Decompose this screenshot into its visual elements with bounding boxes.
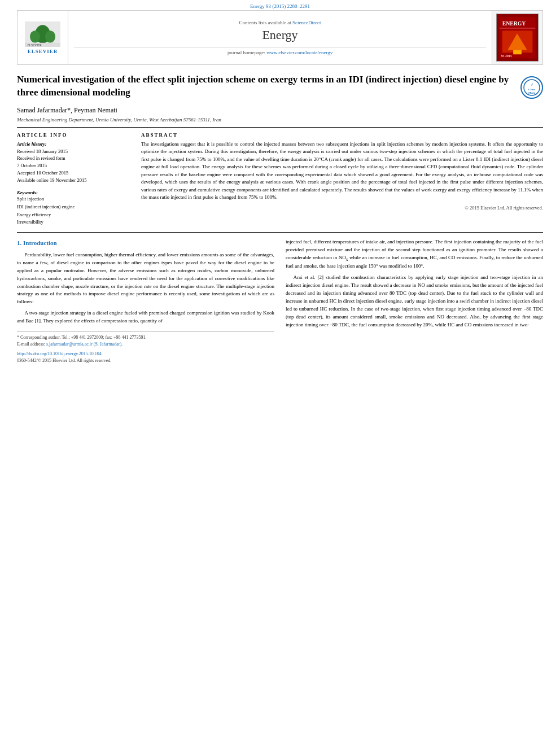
svg-text:✓: ✓ <box>531 83 533 86</box>
sciencedirect-link: Contents lists available at ScienceDirec… <box>239 20 321 25</box>
cover-svg: ENERGY 93 2015 <box>496 14 539 61</box>
article-bottom-divider <box>17 232 543 233</box>
sciencedirect-url[interactable]: ScienceDirect <box>292 20 321 25</box>
svg-text:ENERGY: ENERGY <box>502 20 526 27</box>
keywords-label: Keywords: <box>17 190 38 195</box>
right-para-1: injected fuel, different temperatures of… <box>286 238 543 270</box>
svg-rect-10 <box>500 28 535 28</box>
intro-para-1: Perdurability, lower fuel consumption, h… <box>17 251 274 307</box>
journal-citation: Energy 93 (2015) 2280–2291 <box>250 3 310 9</box>
svg-text:ELSEVIER: ELSEVIER <box>28 43 42 47</box>
journal-divider <box>74 47 486 47</box>
body-content: 1. Introduction Perdurability, lower fue… <box>17 238 543 364</box>
keywords-section: Keywords: Split injection IDI (indirect … <box>17 189 130 226</box>
body-right-column: injected fuel, different temperatures of… <box>286 238 543 364</box>
journal-homepage: journal homepage: www.elsevier.com/locat… <box>228 50 333 55</box>
svg-rect-13 <box>513 50 522 54</box>
footnote-area: * Corresponding author. Tel.: +98 441 29… <box>17 331 274 364</box>
crossmark-svg: ✓ Cross Mark <box>523 79 540 96</box>
accepted-date: Accepted 10 October 2015 <box>17 169 130 177</box>
journal-info-center: Contents lists available at ScienceDirec… <box>68 11 492 64</box>
citation-bar: Energy 93 (2015) 2280–2291 <box>0 0 560 10</box>
article-info-abstract: ARTICLE INFO Article history: Received 1… <box>17 132 543 226</box>
article-title-section: Numerical investigation of the effect sp… <box>17 73 543 99</box>
svg-text:93 2015: 93 2015 <box>501 54 512 58</box>
revised-date: 7 October 2015 <box>17 162 130 169</box>
article-title-text: Numerical investigation of the effect sp… <box>17 73 515 99</box>
crossmark-logo: ✓ Cross Mark <box>520 76 543 99</box>
body-left-column: 1. Introduction Perdurability, lower fue… <box>17 238 274 364</box>
keyword-1: Split injection <box>17 195 130 203</box>
email-line: E-mail address: s.jafarmadar@urmia.ac.ir… <box>17 341 274 348</box>
svg-text:Mark: Mark <box>528 91 535 94</box>
abstract-text: The investigations suggest that it is po… <box>141 141 543 202</box>
received-date: Received 18 January 2015 <box>17 148 130 155</box>
intro-para-2: A two-stage injection strategy in a dies… <box>17 309 274 325</box>
affiliation: Mechanical Engineering Department, Urmia… <box>17 117 543 123</box>
keyword-4: Irreversibility <box>17 219 130 226</box>
elsevier-tree-svg: ELSEVIER <box>24 21 61 47</box>
right-para-2: Arai et al. [2] studied the combustion c… <box>286 274 543 329</box>
email-link[interactable]: s.jafarmadar@urmia.ac.ir (S. Jafarmadar)… <box>46 342 123 347</box>
section1-title: 1. Introduction <box>17 238 274 248</box>
elsevier-logo-section: ELSEVIER ELSEVIER <box>18 11 68 64</box>
received-revised-label: Received in revised form <box>17 155 130 162</box>
journal-header: ELSEVIER ELSEVIER Contents lists availab… <box>17 10 543 65</box>
article-container: Numerical investigation of the effect sp… <box>17 65 543 373</box>
svg-text:Cross: Cross <box>528 88 535 91</box>
elsevier-logo: ELSEVIER ELSEVIER <box>24 21 61 54</box>
elsevier-label: ELSEVIER <box>28 49 58 54</box>
issn-line: 0360-5442/© 2015 Elsevier Ltd. All right… <box>17 357 274 364</box>
corresponding-author: * Corresponding author. Tel.: +98 441 29… <box>17 334 274 341</box>
authors: Samad Jafarmadar*, Peyman Nemati <box>17 106 543 115</box>
doi-link[interactable]: http://dx.doi.org/10.1016/j.energy.2015.… <box>17 351 102 356</box>
journal-name: Energy <box>262 28 298 42</box>
svg-point-3 <box>30 30 40 43</box>
abstract-heading: ABSTRACT <box>141 132 543 138</box>
article-info-column: ARTICLE INFO Article history: Received 1… <box>17 132 130 226</box>
article-top-divider <box>17 127 543 128</box>
article-info-heading: ARTICLE INFO <box>17 132 130 138</box>
abstract-column: ABSTRACT The investigations suggest that… <box>141 132 543 226</box>
keyword-2: IDI (indirect injection) engine <box>17 203 130 211</box>
copyright: © 2015 Elsevier Ltd. All rights reserved… <box>141 205 543 211</box>
doi-line: http://dx.doi.org/10.1016/j.energy.2015.… <box>17 351 274 357</box>
svg-point-4 <box>45 30 55 43</box>
energy-cover-image: ENERGY 93 2015 <box>496 14 539 62</box>
journal-cover: ENERGY 93 2015 <box>492 11 542 64</box>
keyword-3: Exergy efficiency <box>17 211 130 219</box>
history-label: Article history: <box>17 141 47 147</box>
available-online: Available online 19 November 2015 <box>17 177 130 184</box>
journal-homepage-url[interactable]: www.elsevier.com/locate/energy <box>266 50 333 55</box>
article-history: Article history: Received 18 January 201… <box>17 141 130 184</box>
